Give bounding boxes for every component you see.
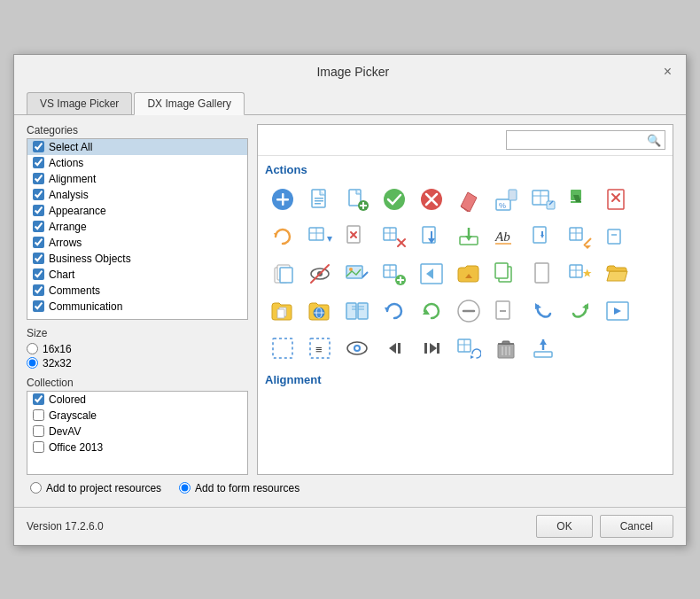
category-item-comments[interactable]: Comments	[27, 283, 247, 299]
radio-input-project[interactable]	[30, 482, 42, 494]
icon-folder-arrow[interactable]	[451, 256, 486, 292]
section-title-alignment: Alignment	[265, 373, 665, 386]
icon-book-open[interactable]	[339, 293, 375, 329]
category-checkbox-chart[interactable]	[33, 268, 44, 280]
icon-undo[interactable]	[525, 293, 561, 329]
icon-delete-red-x[interactable]	[600, 182, 635, 217]
icon-upload[interactable]	[525, 331, 561, 366]
icon-delete-red[interactable]	[414, 182, 449, 217]
svg-rect-82	[535, 263, 548, 283]
radio-project-resources[interactable]: Add to project resources	[30, 482, 161, 494]
category-item-actions[interactable]: Actions	[27, 155, 247, 171]
icon-text-select[interactable]: ≡	[302, 331, 338, 366]
collection-item-grayscale[interactable]: Grayscale	[27, 408, 247, 424]
icon-cut-green[interactable]	[563, 182, 598, 217]
icon-table-edit[interactable]	[525, 182, 561, 217]
icon-folder-globe[interactable]	[302, 293, 338, 329]
icon-download-green[interactable]	[451, 219, 486, 254]
icon-arrow-right-box[interactable]	[600, 293, 635, 329]
category-item-analysis[interactable]: Analysis	[27, 187, 247, 203]
search-input[interactable]	[506, 130, 665, 150]
icon-doc-delete[interactable]	[339, 219, 375, 254]
categories-label: Categories	[27, 124, 248, 136]
size-radio-32x32[interactable]	[27, 357, 38, 369]
size-16x16[interactable]: 16x16	[27, 343, 248, 355]
radio-input-form[interactable]	[179, 482, 191, 494]
category-item-arrows[interactable]: Arrows	[27, 235, 247, 251]
icon-check-green[interactable]	[377, 182, 412, 217]
icon-text-ab[interactable]: Ab	[488, 219, 524, 254]
size-32x32[interactable]: 32x32	[27, 357, 248, 370]
category-checkbox-business-objects[interactable]	[33, 253, 44, 264]
icon-table-sync[interactable]	[451, 331, 486, 366]
category-checkbox-arrange[interactable]	[33, 221, 44, 232]
icon-refresh[interactable]	[265, 219, 300, 254]
icon-new-doc[interactable]	[302, 182, 338, 217]
icon-download-doc[interactable]	[525, 219, 561, 254]
collection-checkbox-office2013[interactable]	[33, 441, 44, 453]
icon-folder-files[interactable]	[265, 293, 300, 329]
collection-list[interactable]: Colored Grayscale DevAV Office 2013	[27, 391, 248, 475]
icon-media-next[interactable]	[414, 331, 449, 366]
ok-button[interactable]: OK	[536, 515, 592, 538]
icon-new-doc-plus[interactable]	[339, 182, 375, 217]
icon-media-prev[interactable]	[377, 331, 412, 366]
icon-add-circle[interactable]	[265, 182, 300, 217]
search-wrapper: 🔍	[506, 130, 665, 150]
icon-table-add[interactable]	[377, 256, 412, 292]
icon-folder-open[interactable]	[600, 256, 635, 292]
icon-doc-minus[interactable]	[488, 293, 524, 329]
collection-item-colored[interactable]: Colored	[27, 392, 247, 408]
close-button[interactable]: ×	[662, 64, 673, 80]
icon-select-dashed[interactable]	[265, 331, 300, 366]
size-radio-16x16[interactable]	[27, 343, 38, 354]
tab-vs-image-picker[interactable]: VS Image Picker	[27, 92, 132, 114]
category-checkbox-select-all[interactable]	[33, 141, 44, 152]
icon-table-delete[interactable]	[377, 219, 412, 254]
collection-checkbox-devav[interactable]	[33, 425, 44, 437]
svg-marker-35	[327, 237, 332, 242]
cancel-button[interactable]: Cancel	[600, 515, 673, 538]
category-checkbox-communication[interactable]	[33, 300, 44, 312]
icon-circle-minus[interactable]	[451, 293, 486, 329]
icon-refresh-green[interactable]	[414, 293, 449, 329]
icon-download-arrow[interactable]	[414, 219, 449, 254]
category-item-appearance[interactable]: Appearance	[27, 203, 247, 219]
icon-redo[interactable]	[563, 293, 598, 329]
icon-eye[interactable]	[339, 331, 375, 366]
tab-dx-image-gallery[interactable]: DX Image Gallery	[134, 92, 245, 115]
icons-scroll-area[interactable]: Actions	[258, 156, 673, 474]
icon-doc-collapse[interactable]	[600, 219, 635, 254]
icon-doc-blank[interactable]	[525, 256, 561, 292]
category-checkbox-appearance[interactable]	[33, 205, 44, 216]
icon-arrow-left[interactable]	[414, 256, 449, 292]
category-checkbox-comments[interactable]	[33, 284, 44, 296]
category-checkbox-analysis[interactable]	[33, 189, 44, 200]
collection-item-office2013[interactable]: Office 2013	[27, 440, 247, 455]
icon-table-pencil[interactable]	[563, 219, 598, 254]
category-checkbox-arrows[interactable]	[33, 237, 44, 248]
category-item-arrange[interactable]: Arrange	[27, 219, 247, 235]
icon-copy-green[interactable]	[488, 256, 524, 292]
categories-list[interactable]: Select All Actions Alignment Analys	[27, 138, 248, 320]
icon-doc-stack[interactable]	[265, 256, 300, 292]
collection-checkbox-grayscale[interactable]	[33, 409, 44, 421]
icon-percent-edit[interactable]: %	[488, 182, 524, 217]
icon-eraser[interactable]	[451, 182, 486, 217]
icon-image-edit[interactable]	[339, 256, 375, 292]
category-item-communication[interactable]: Communication	[27, 299, 247, 315]
category-item-select-all[interactable]: Select All	[27, 139, 247, 155]
category-item-alignment[interactable]: Alignment	[27, 171, 247, 187]
collection-item-devav[interactable]: DevAV	[27, 424, 247, 440]
category-checkbox-alignment[interactable]	[33, 173, 44, 184]
category-item-business-objects[interactable]: Business Objects	[27, 251, 247, 267]
icon-table-star[interactable]	[563, 256, 598, 292]
collection-checkbox-colored[interactable]	[33, 393, 44, 405]
radio-form-resources[interactable]: Add to form resources	[179, 482, 299, 494]
category-checkbox-actions[interactable]	[33, 157, 44, 168]
icon-refresh-blue[interactable]	[377, 293, 412, 329]
icon-import-table[interactable]	[302, 219, 338, 254]
icon-eye-slash[interactable]	[302, 256, 338, 292]
icon-trash[interactable]	[488, 331, 524, 366]
category-item-chart[interactable]: Chart	[27, 267, 247, 283]
